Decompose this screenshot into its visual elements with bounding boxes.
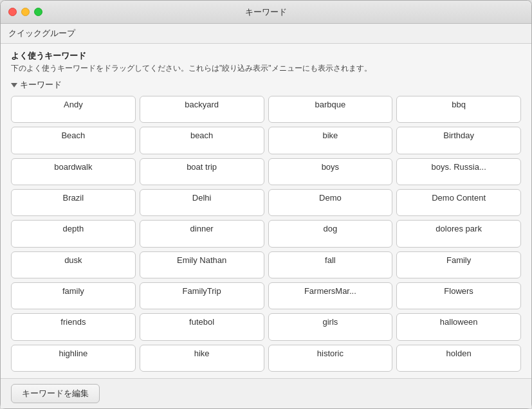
keyword-tag[interactable]: Brazil (11, 189, 136, 216)
keyword-tag[interactable]: family (11, 282, 136, 309)
keyword-tag[interactable]: dusk (11, 251, 136, 278)
keywords-grid: AndybackyardbarbquebbqBeachbeachbikeBirt… (11, 96, 521, 372)
keyword-tag[interactable]: dolores park (396, 220, 521, 247)
window-controls (8, 8, 42, 16)
section-title: よく使うキーワード (11, 50, 521, 62)
keyword-tag[interactable]: Demo Content (396, 189, 521, 216)
keyword-tag[interactable]: dog (268, 220, 393, 247)
keyword-tag[interactable]: dinner (140, 220, 264, 247)
keyword-tag[interactable]: Andy (11, 96, 136, 123)
maximize-button[interactable] (34, 8, 42, 16)
keyword-tag[interactable]: Family (396, 251, 521, 278)
keyword-tag[interactable]: holden (396, 345, 521, 372)
keyword-tag[interactable]: Emily Nathan (140, 251, 264, 278)
keywords-window: キーワード クイックグループ よく使うキーワード 下のよく使うキーワードをドラッ… (0, 0, 532, 409)
keyword-tag[interactable]: Beach (11, 127, 136, 154)
keyword-tag[interactable]: historic (268, 345, 393, 372)
keyword-tag[interactable]: boys. Russia... (396, 158, 521, 185)
edit-keywords-button[interactable]: キーワードを編集 (11, 384, 100, 403)
triangle-icon (11, 83, 17, 87)
keywords-header: キーワード (11, 79, 521, 91)
title-bar: キーワード (1, 1, 531, 24)
keyword-tag[interactable]: girls (268, 313, 393, 340)
minimize-button[interactable] (21, 8, 30, 16)
window-title: キーワード (245, 6, 287, 18)
keyword-tag[interactable]: friends (11, 313, 136, 340)
keyword-tag[interactable]: barbque (268, 96, 393, 123)
footer: キーワードを編集 (1, 378, 531, 408)
keyword-tag[interactable]: highline (11, 345, 136, 372)
keyword-tag[interactable]: Delhi (140, 189, 264, 216)
keyword-tag[interactable]: futebol (140, 313, 264, 340)
quick-groups-label: クイックグループ (8, 28, 75, 38)
keyword-tag[interactable]: boys (268, 158, 393, 185)
keyword-tag[interactable]: backyard (140, 96, 264, 123)
keyword-tag[interactable]: halloween (396, 313, 521, 340)
keyword-tag[interactable]: boardwalk (11, 158, 136, 185)
keywords-label: キーワード (20, 79, 62, 91)
keyword-tag[interactable]: Demo (268, 189, 393, 216)
close-button[interactable] (8, 8, 17, 16)
keyword-tag[interactable]: Flowers (396, 282, 521, 309)
keyword-tag[interactable]: boat trip (140, 158, 264, 185)
toolbar: クイックグループ (1, 24, 531, 44)
keyword-tag[interactable]: fall (268, 251, 393, 278)
keyword-tag[interactable]: Birthday (396, 127, 521, 154)
keyword-tag[interactable]: depth (11, 220, 136, 247)
main-content: よく使うキーワード 下のよく使うキーワードをドラッグしてください。これらは"絞り… (1, 44, 531, 378)
section-description: 下のよく使うキーワードをドラッグしてください。これらは"絞り込み表示"メニューに… (11, 63, 521, 74)
keyword-tag[interactable]: beach (140, 127, 264, 154)
keyword-tag[interactable]: hike (140, 345, 264, 372)
keyword-tag[interactable]: FarmersMar... (268, 282, 393, 309)
keyword-tag[interactable]: bbq (396, 96, 521, 123)
keyword-tag[interactable]: FamilyTrip (140, 282, 264, 309)
keyword-tag[interactable]: bike (268, 127, 393, 154)
